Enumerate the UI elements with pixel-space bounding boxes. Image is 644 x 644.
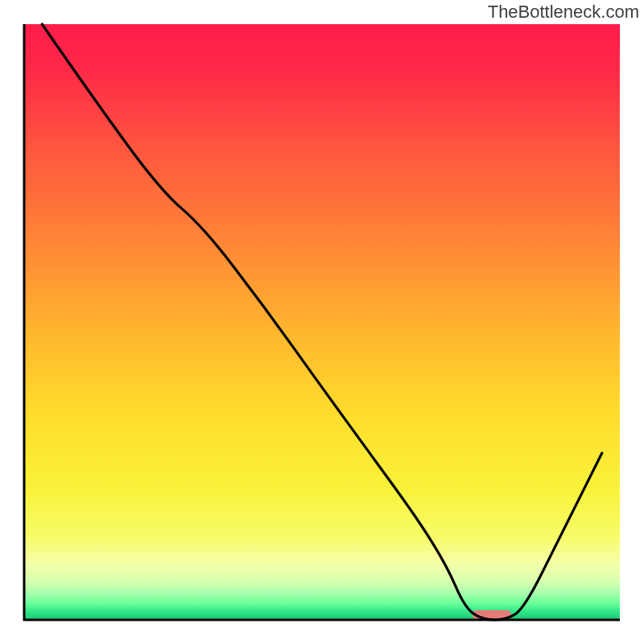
plot-background [24,24,620,620]
bottleneck-chart [0,0,644,644]
chart-stage: TheBottleneck.com [0,0,644,644]
watermark-text: TheBottleneck.com [488,2,639,23]
